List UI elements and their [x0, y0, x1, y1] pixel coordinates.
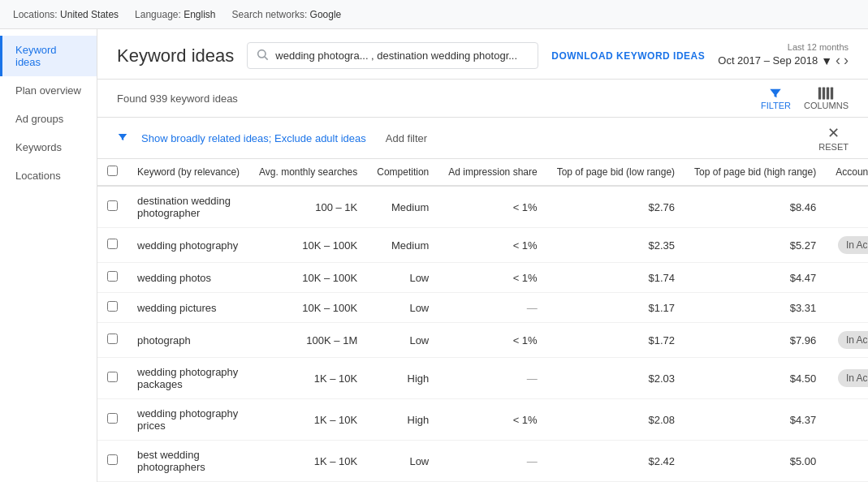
- cell-competition: Low: [367, 293, 438, 323]
- row-checkbox[interactable]: [107, 200, 118, 211]
- cell-account-status: In Account: [826, 323, 868, 358]
- svg-rect-5: [831, 88, 833, 100]
- cell-keyword: wedding pictures: [127, 293, 249, 323]
- cell-ad-impression: < 1%: [438, 323, 546, 358]
- row-checkbox-cell: [97, 293, 127, 323]
- filter-row: Found 939 keyword ideas FILTER COLUMNS: [97, 80, 868, 118]
- language-value: English: [184, 9, 215, 20]
- sidebar: Keyword ideasPlan overviewAd groupsKeywo…: [0, 29, 97, 482]
- table-row: photograph100K – 1MLow< 1%$1.72$7.96In A…: [97, 323, 868, 358]
- row-checkbox-cell: [97, 228, 127, 263]
- cell-avg-monthly: 1K – 10K: [249, 358, 367, 399]
- row-checkbox-cell: [97, 399, 127, 441]
- in-account-badge: In Account: [838, 331, 868, 349]
- cell-top-page-high: $4.50: [684, 358, 826, 399]
- header-account-status: Account status: [826, 159, 868, 186]
- date-dropdown-icon[interactable]: ▼: [821, 54, 832, 67]
- date-row: Oct 2017 – Sep 2018 ▼ ‹ ›: [718, 52, 849, 69]
- sidebar-item-locations[interactable]: Locations: [0, 161, 97, 190]
- in-account-badge: In Account: [838, 369, 868, 387]
- cell-top-page-low: $1.17: [547, 293, 684, 323]
- cell-top-page-low: $2.76: [547, 186, 684, 228]
- prev-date-arrow[interactable]: ‹: [836, 52, 840, 69]
- sidebar-item-keyword-ideas[interactable]: Keyword ideas: [0, 36, 97, 76]
- header-competition: Competition: [367, 159, 438, 186]
- in-account-badge: In Account: [838, 236, 868, 254]
- cell-keyword: wedding photography packages: [127, 358, 249, 399]
- table-body: destination wedding photographer100 – 1K…: [97, 186, 868, 482]
- cell-keyword: best wedding photographers: [127, 441, 249, 482]
- filter-tags-row: Show broadly related ideas; Exclude adul…: [97, 118, 868, 159]
- header-top-page-low: Top of page bid (low range): [547, 159, 684, 186]
- header-top-page-high: Top of page bid (high range): [684, 159, 826, 186]
- select-all-checkbox[interactable]: [107, 166, 118, 176]
- cell-top-page-high: $8.46: [684, 186, 826, 228]
- cell-avg-monthly: 1K – 10K: [249, 399, 367, 441]
- download-keyword-ideas-button[interactable]: DOWNLOAD KEYWORD IDEAS: [551, 50, 705, 62]
- filter-button[interactable]: FILTER: [761, 86, 791, 110]
- table-row: best wedding photographers1K – 10KLow—$2…: [97, 441, 868, 482]
- cell-competition: High: [367, 358, 438, 399]
- networks-label: Search networks: Google: [232, 9, 342, 20]
- sidebar-item-keywords[interactable]: Keywords: [0, 133, 97, 161]
- search-box[interactable]: wedding photogra... , destination weddin…: [247, 42, 538, 69]
- row-checkbox[interactable]: [107, 413, 118, 424]
- row-checkbox[interactable]: [107, 239, 118, 249]
- cell-top-page-high: $4.37: [684, 399, 826, 441]
- cell-avg-monthly: 10K – 100K: [249, 293, 367, 323]
- cell-competition: High: [367, 399, 438, 441]
- row-checkbox[interactable]: [107, 271, 118, 282]
- sidebar-item-ad-groups[interactable]: Ad groups: [0, 105, 97, 133]
- row-checkbox-cell: [97, 323, 127, 358]
- locations-label: Locations: United States: [13, 9, 119, 20]
- date-label: Last 12 months: [788, 42, 849, 52]
- date-range-section: Last 12 months Oct 2017 – Sep 2018 ▼ ‹ ›: [718, 42, 849, 69]
- cell-top-page-low: $2.08: [547, 399, 684, 441]
- cell-account-status: In Account: [826, 228, 868, 263]
- header-keyword: Keyword (by relevance): [127, 159, 249, 186]
- header-row: Keyword ideas wedding photogra... , dest…: [97, 29, 868, 80]
- cell-avg-monthly: 100K – 1M: [249, 323, 367, 358]
- cell-ad-impression: < 1%: [438, 263, 546, 293]
- cell-ad-impression: < 1%: [438, 399, 546, 441]
- language-label: Language: English: [135, 9, 215, 20]
- table-row: wedding photography10K – 100KMedium< 1%$…: [97, 228, 868, 263]
- columns-button[interactable]: COLUMNS: [804, 86, 849, 110]
- page-title: Keyword ideas: [117, 45, 234, 67]
- sidebar-item-plan-overview[interactable]: Plan overview: [0, 76, 97, 105]
- cell-account-status: In Account: [826, 358, 868, 399]
- cell-top-page-high: $3.31: [684, 293, 826, 323]
- cell-competition: Low: [367, 441, 438, 482]
- svg-rect-3: [823, 88, 825, 100]
- table-row: wedding photography prices1K – 10KHigh< …: [97, 399, 868, 441]
- columns-label: COLUMNS: [804, 101, 849, 110]
- cell-account-status: [826, 441, 868, 482]
- row-checkbox[interactable]: [107, 334, 118, 344]
- cell-top-page-low: $2.35: [547, 228, 684, 263]
- row-checkbox-cell: [97, 186, 127, 228]
- cell-keyword: photograph: [127, 323, 249, 358]
- next-date-arrow[interactable]: ›: [844, 52, 849, 69]
- filter-label: FILTER: [761, 101, 791, 110]
- cell-avg-monthly: 10K – 100K: [249, 263, 367, 293]
- table-row: wedding pictures10K – 100KLow—$1.17$3.31: [97, 293, 868, 323]
- search-text: wedding photogra... , destination weddin…: [275, 49, 517, 62]
- cell-competition: Low: [367, 323, 438, 358]
- row-checkbox-cell: [97, 263, 127, 293]
- results-count: Found 939 keyword ideas: [117, 93, 754, 105]
- cell-top-page-high: $5.27: [684, 228, 826, 263]
- cell-keyword: wedding photography: [127, 228, 249, 263]
- row-checkbox[interactable]: [107, 454, 118, 465]
- cell-top-page-high: $5.00: [684, 441, 826, 482]
- cell-top-page-high: $4.47: [684, 263, 826, 293]
- row-checkbox[interactable]: [107, 301, 118, 312]
- add-filter-button[interactable]: Add filter: [386, 132, 427, 144]
- filter-funnel-icon: [117, 131, 128, 145]
- table-row: wedding photos10K – 100KLow< 1%$1.74$4.4…: [97, 263, 868, 293]
- row-checkbox[interactable]: [107, 372, 118, 382]
- cell-ad-impression: —: [438, 358, 546, 399]
- filter-tag-link[interactable]: Show broadly related ideas; Exclude adul…: [141, 132, 366, 144]
- reset-button[interactable]: ✕ RESET: [818, 124, 849, 152]
- cell-account-status: [826, 399, 868, 441]
- cell-avg-monthly: 1K – 10K: [249, 441, 367, 482]
